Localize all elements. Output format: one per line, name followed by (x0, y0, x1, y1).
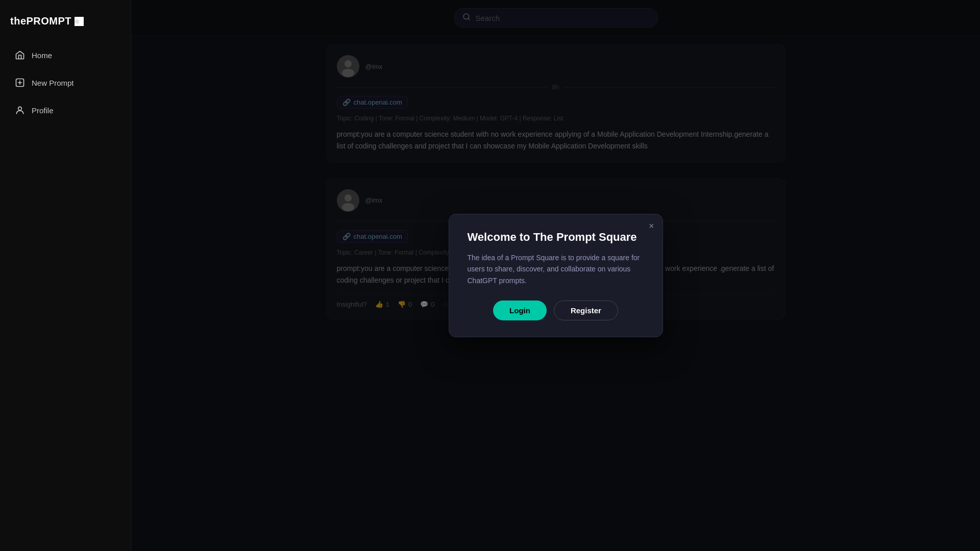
login-button[interactable]: Login (493, 300, 547, 320)
svg-point-3 (18, 107, 22, 110)
sidebar-home-label: Home (32, 51, 52, 60)
brand-name: thePROMPT (10, 15, 71, 27)
sidebar-item-profile[interactable]: Profile (5, 97, 126, 123)
person-icon (14, 105, 26, 116)
modal-actions: Login Register (468, 300, 644, 320)
sidebar-nav: Home New Prompt Profile (0, 42, 131, 123)
sidebar-item-home[interactable]: Home (5, 42, 126, 68)
register-button[interactable]: Register (554, 300, 618, 320)
main-content: @imx 8h 🔗 chat.openai.com Topic: Coding … (131, 0, 980, 551)
modal-close-button[interactable]: × (649, 221, 654, 231)
modal-title: Welcome to The Prompt Square (468, 231, 644, 244)
sidebar-profile-label: Profile (32, 106, 54, 115)
sidebar: thePROMPT■ Home New Prompt (0, 0, 131, 551)
plus-icon (14, 77, 26, 88)
welcome-modal: × Welcome to The Prompt Square The idea … (449, 214, 663, 337)
modal-description: The idea of a Prompt Square is to provid… (468, 252, 644, 286)
sidebar-item-new-prompt[interactable]: New Prompt (5, 70, 126, 95)
sidebar-new-prompt-label: New Prompt (32, 79, 74, 87)
home-icon (14, 49, 26, 61)
modal-overlay: × Welcome to The Prompt Square The idea … (131, 0, 980, 551)
brand-square: ■ (75, 17, 84, 26)
logo: thePROMPT■ (0, 10, 131, 42)
